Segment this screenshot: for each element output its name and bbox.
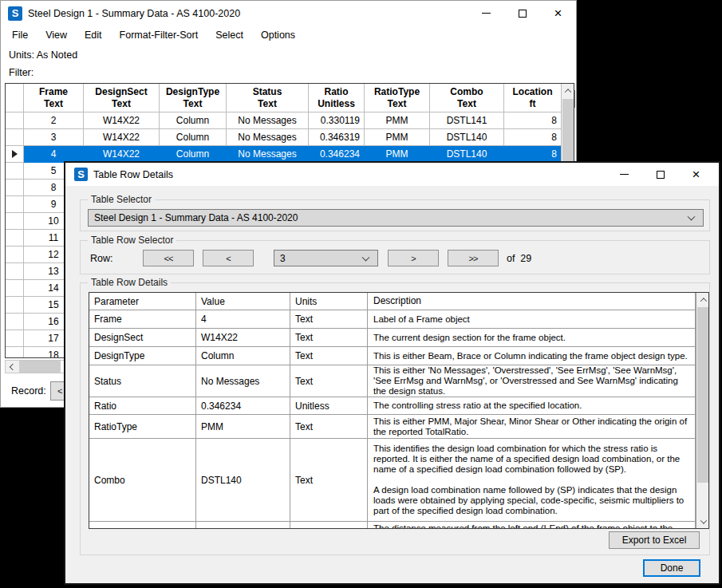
menu-view[interactable]: View (37, 27, 76, 43)
scroll-up-button[interactable] (696, 293, 709, 306)
table-row-selector-group-label: Table Row Selector (88, 235, 176, 246)
row-number-value: 3 (280, 253, 286, 264)
main-window-title: Steel Design 1 - Summary Data - AS 4100-… (28, 8, 240, 19)
chevron-down-icon (700, 517, 706, 523)
dialog-title: Table Row Details (93, 169, 173, 180)
details-row[interactable]: Frame 4 Text Label of a Frame object (89, 310, 696, 329)
table-row-selected[interactable]: 4 W14X22 Column No Messages 0.346234 PMM… (6, 146, 574, 163)
table-row[interactable]: 3 W14X22 Column No Messages 0.346319 PMM… (6, 129, 574, 146)
dialog-table-selector-value: Steel Design 1 - Summary Data - AS 4100-… (94, 212, 298, 223)
chevron-down-icon (688, 213, 696, 221)
close-button[interactable]: × (540, 1, 576, 26)
details-row[interactable]: Status No Messages Text This is either '… (89, 365, 696, 397)
of-total-label: of 29 (507, 253, 531, 264)
dialog-titlebar: S Table Row Details × (65, 163, 719, 186)
done-button[interactable]: Done (643, 559, 700, 577)
details-vertical-scrollbar[interactable] (696, 293, 708, 528)
chevron-up-icon (564, 89, 570, 95)
menu-select[interactable]: Select (207, 27, 252, 43)
last-row-button[interactable]: >> (448, 250, 499, 266)
menu-edit[interactable]: Edit (76, 27, 111, 43)
details-header-row: Parameter Value Units Description (89, 293, 696, 310)
close-button[interactable]: × (678, 163, 714, 186)
scroll-up-button[interactable] (562, 84, 574, 97)
table-row-selector-group: Table Row Selector Row: << < 3 > >> of 2… (80, 240, 710, 274)
chevron-down-icon (362, 253, 370, 261)
main-titlebar: S Steel Design 1 - Summary Data - AS 410… (1, 1, 576, 26)
maximize-button[interactable] (642, 163, 678, 186)
minimize-button[interactable] (468, 1, 504, 26)
table-row-details-group: Table Row Details Parameter Value Units … (80, 282, 710, 555)
units-label: Units: As Noted (9, 49, 77, 61)
filter-label: Filter: (9, 67, 34, 78)
table-row-details-dialog: S Table Row Details × Table Selector Ste… (64, 161, 720, 585)
current-row-arrow-icon (12, 150, 18, 158)
details-row[interactable]: RatioType PMM Text This is either PMM, M… (89, 415, 696, 439)
menu-format-filter-sort[interactable]: Format-Filter-Sort (111, 27, 207, 43)
menubar: File View Edit Format-Filter-Sort Select… (1, 26, 576, 45)
menu-options[interactable]: Options (252, 27, 304, 43)
export-to-excel-button[interactable]: Export to Excel (609, 531, 700, 549)
scrollbar-thumb[interactable] (19, 361, 61, 373)
close-icon: × (692, 171, 700, 179)
details-row[interactable]: Ratio 0.346234 Unitless The controlling … (89, 397, 696, 415)
details-row[interactable]: DesignSect W14X22 Text The current desig… (89, 329, 696, 347)
scroll-down-button[interactable] (696, 515, 709, 528)
app-icon: S (74, 168, 88, 181)
next-row-button[interactable]: > (388, 250, 439, 266)
chevron-left-icon (9, 363, 15, 369)
maximize-button[interactable] (504, 1, 540, 26)
minimize-button[interactable] (606, 163, 642, 186)
details-table: Parameter Value Units Description Frame … (89, 292, 709, 529)
menu-file[interactable]: File (3, 27, 37, 43)
dialog-table-selector-dropdown[interactable]: Steel Design 1 - Summary Data - AS 4100-… (88, 209, 704, 227)
chevron-up-icon (700, 298, 706, 304)
record-label: Record: (11, 385, 46, 397)
first-row-button[interactable]: << (143, 250, 194, 266)
maximize-icon (657, 171, 665, 179)
scrollbar-thumb[interactable] (697, 307, 709, 483)
table-row[interactable]: 2 W14X22 Column No Messages 0.330119 PMM… (6, 112, 574, 129)
row-number-dropdown[interactable]: 3 (274, 250, 378, 266)
table-selector-group: Table Selector Steel Design 1 - Summary … (80, 199, 710, 231)
table-selector-group-label: Table Selector (88, 194, 155, 205)
close-icon: × (554, 10, 562, 18)
scroll-left-button[interactable] (6, 361, 19, 373)
details-row[interactable]: Location 8 ft The distance measured from… (89, 522, 696, 529)
table-row-details-group-label: Table Row Details (88, 277, 171, 288)
details-row[interactable]: DesignType Column Text This is either Be… (89, 347, 696, 365)
maximize-icon (519, 10, 527, 18)
app-icon: S (8, 6, 22, 21)
details-row[interactable]: Combo DSTL140 Text This identifies the d… (89, 439, 696, 522)
minimize-icon (620, 174, 629, 175)
row-label: Row: (90, 253, 112, 264)
grid-header-row: FrameText DesignSectText DesignTypeText … (6, 84, 574, 112)
previous-row-button[interactable]: < (203, 250, 254, 266)
minimize-icon (482, 13, 491, 14)
